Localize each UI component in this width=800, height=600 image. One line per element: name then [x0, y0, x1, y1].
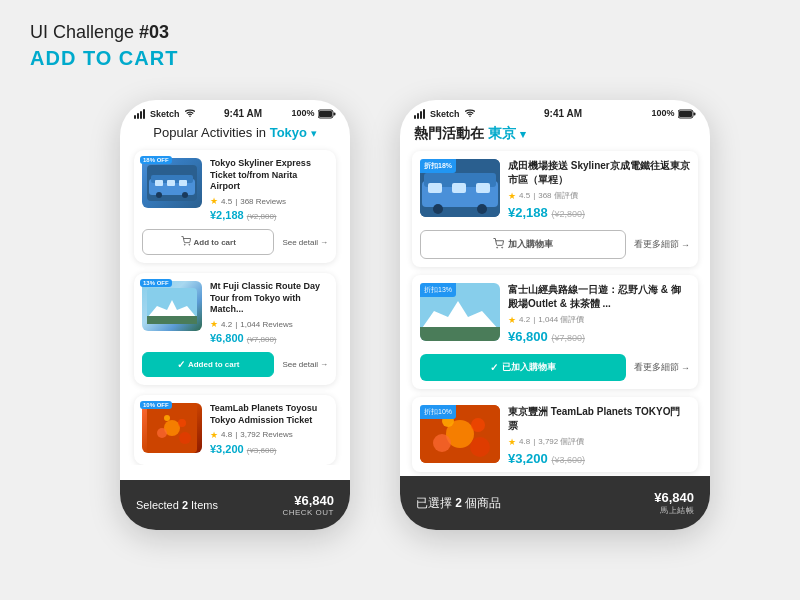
left-screen-title: Popular Activities in Tokyo ▾	[134, 125, 336, 140]
svg-rect-2	[333, 112, 335, 115]
card-3-info: TeamLab Planets Toyosu Tokyo Admission T…	[210, 403, 328, 454]
left-card-1: 18% OFF Tokyo Skyliner Express Ticket to…	[134, 150, 336, 263]
right-card-1-name: 成田機場接送 Skyliner京成電鐵往返東京市區（單程）	[508, 159, 690, 186]
arrow-right-icon: →	[681, 240, 690, 250]
right-card-2-info: 富士山經典路線一日遊：忍野八海 & 御殿場Outlet & 抹茶體 ... ★ …	[508, 283, 690, 344]
right-checkout-button[interactable]: ¥6,840 馬上結帳	[654, 490, 694, 516]
cart-icon	[181, 236, 191, 248]
right-footer-checkout-label: 馬上結帳	[654, 505, 694, 516]
right-card-2: 折扣13% 富士山經典路線一日遊：忍野八海 & 御殿場Outlet & 抹茶體 …	[412, 275, 698, 389]
star-icon: ★	[210, 196, 218, 206]
star-icon: ★	[210, 430, 218, 440]
title-text: UI Challenge	[30, 22, 139, 42]
card-1-image	[142, 158, 202, 208]
svg-rect-10	[179, 180, 187, 186]
svg-point-28	[477, 204, 487, 214]
svg-rect-29	[428, 183, 442, 193]
card-3-thumb: 10% OFF	[142, 403, 202, 454]
svg-point-27	[433, 204, 443, 214]
right-card-1-thumb: 折扣18%	[420, 159, 500, 217]
time-display: 9:41 AM	[224, 108, 262, 119]
svg-rect-8	[155, 180, 163, 186]
card-2-thumb: 13% OFF	[142, 281, 202, 344]
svg-rect-30	[452, 183, 466, 193]
page-title: UI Challenge #03	[30, 22, 178, 43]
left-footer-price: ¥6,840	[282, 493, 334, 508]
left-card-2: 13% OFF Mt Fuji Classic Route Day Tour f…	[134, 273, 336, 385]
wifi-icon-right	[465, 109, 475, 119]
signal-bars	[134, 109, 145, 119]
battery-display-right: 100%	[651, 108, 696, 119]
card-2-badge: 13% OFF	[140, 279, 172, 287]
right-card-2-rating: ★ 4.2 | 1,044 個評價	[508, 314, 690, 325]
left-screen-content: Popular Activities in Tokyo ▾	[120, 123, 350, 465]
svg-point-11	[184, 244, 185, 245]
arrow-right-icon: →	[320, 238, 328, 247]
right-card-2-name: 富士山經典路線一日遊：忍野八海 & 御殿場Outlet & 抹茶體 ...	[508, 283, 690, 310]
star-icon: ★	[508, 315, 516, 325]
svg-rect-22	[679, 111, 692, 117]
svg-rect-35	[420, 327, 500, 341]
right-card-1-info: 成田機場接送 Skyliner京成電鐵往返東京市區（單程） ★ 4.5 | 36…	[508, 159, 690, 220]
right-screen-content: 熱門活動在 東京 ▾	[400, 125, 710, 472]
star-icon: ★	[508, 437, 516, 447]
svg-rect-14	[147, 316, 197, 324]
right-card-3-info: 東京豐洲 TeamLab Planets TOKYO門票 ★ 4.8 | 3,7…	[508, 405, 690, 466]
svg-rect-23	[693, 112, 695, 115]
right-screen-title: 熱門活動在 東京 ▾	[412, 125, 698, 143]
left-status-bar: Sketch 9:41 AM 100%	[120, 100, 350, 123]
card-2-added-to-cart-button[interactable]: ✓ Added to cart	[142, 352, 274, 377]
svg-point-17	[157, 428, 167, 438]
card-3-name: TeamLab Planets Toyosu Tokyo Admission T…	[210, 403, 328, 426]
sketch-label: Sketch	[150, 109, 180, 119]
arrow-right-icon: →	[320, 360, 328, 369]
right-card-1-add-to-cart-button[interactable]: 加入購物車	[420, 230, 626, 259]
card-1-rating: ★ 4.5 | 368 Reviews	[210, 196, 328, 206]
page-header: UI Challenge #03 ADD TO CART	[30, 22, 178, 70]
arrow-right-icon: →	[681, 363, 690, 373]
right-card-2-see-detail-link[interactable]: 看更多細節 →	[634, 361, 690, 374]
cart-icon-right	[493, 238, 504, 251]
left-footer-bar[interactable]: Selected 2 Items ¥6,840 CHECK OUT	[120, 480, 350, 530]
right-footer-bar[interactable]: 已選擇 2 個商品 ¥6,840 馬上結帳	[400, 476, 710, 530]
signal-area-right: Sketch	[414, 109, 475, 119]
card-1-info: Tokyo Skyliner Express Ticket to/from Na…	[210, 158, 328, 221]
right-card-3: 折扣10% 東京豐洲 TeamLab Planets TOKYO門票 ★ 4.8…	[412, 397, 698, 472]
svg-point-18	[178, 419, 186, 427]
card-2-info: Mt Fuji Classic Route Day Tour from Toky…	[210, 281, 328, 344]
right-card-3-price: ¥3,200 (¥3,600)	[508, 451, 690, 466]
card-1-badge: 18% OFF	[140, 156, 172, 164]
right-card-2-actions: ✓ 已加入購物車 看更多細節 →	[412, 350, 698, 389]
svg-point-39	[471, 418, 485, 432]
title-bold: #03	[139, 22, 169, 42]
right-card-1: 折扣18% 成田機場接送 Skyliner京成電鐵往返東京市區（單程） ★ 4.…	[412, 151, 698, 267]
right-card-3-badge: 折扣10%	[420, 405, 456, 419]
card-3-image	[142, 403, 202, 453]
card-2-name: Mt Fuji Classic Route Day Tour from Toky…	[210, 281, 328, 316]
right-card-1-badge: 折扣18%	[420, 159, 456, 173]
right-card-2-added-to-cart-button[interactable]: ✓ 已加入購物車	[420, 354, 626, 381]
card-3-rating: ★ 4.8 | 3,792 Reviews	[210, 430, 328, 440]
signal-bars-right	[414, 109, 425, 119]
right-card-1-see-detail-link[interactable]: 看更多細節 →	[634, 238, 690, 251]
svg-point-41	[470, 437, 490, 457]
right-card-2-thumb: 折扣13%	[420, 283, 500, 341]
wifi-icon	[185, 109, 195, 119]
left-phone: Sketch 9:41 AM 100% Popular Activities i…	[120, 100, 350, 530]
card-2-see-detail-link[interactable]: See detail →	[282, 360, 328, 369]
right-card-3-name: 東京豐洲 TeamLab Planets TOKYO門票	[508, 405, 690, 432]
sketch-label-right: Sketch	[430, 109, 460, 119]
svg-rect-9	[167, 180, 175, 186]
page-subtitle: ADD TO CART	[30, 47, 178, 70]
svg-point-19	[164, 415, 170, 421]
card-1-see-detail-link[interactable]: See detail →	[282, 238, 328, 247]
right-phone: Sketch 9:41 AM 100% 熱門活動在 東京 ▾	[400, 100, 710, 530]
card-1-price: ¥2,188 (¥2,800)	[210, 209, 328, 221]
card-1-add-to-cart-button[interactable]: Add to cart	[142, 229, 274, 255]
left-checkout-button[interactable]: ¥6,840 CHECK OUT	[282, 493, 334, 517]
card-3-badge: 10% OFF	[140, 401, 172, 409]
card-1-name: Tokyo Skyliner Express Ticket to/from Na…	[210, 158, 328, 193]
svg-point-33	[502, 247, 503, 248]
svg-point-32	[497, 247, 498, 248]
check-icon: ✓	[177, 359, 185, 370]
